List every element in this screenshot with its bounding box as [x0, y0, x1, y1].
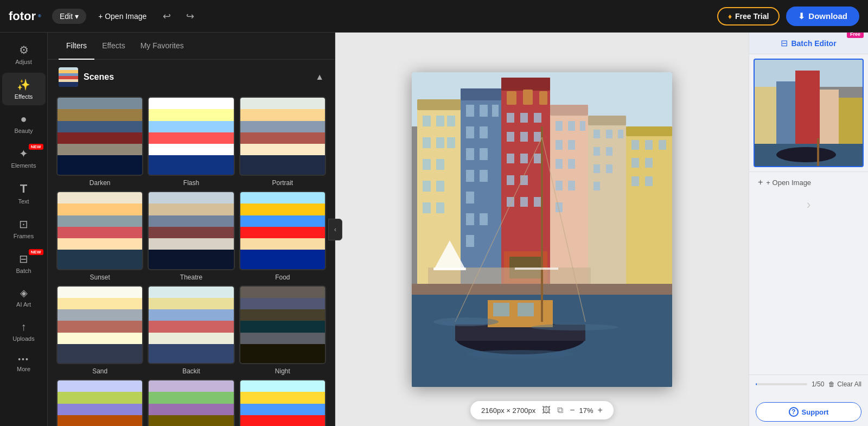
sidebar-item-more[interactable]: ••• More: [2, 349, 46, 378]
svg-rect-33: [507, 91, 516, 105]
svg-rect-61: [556, 181, 563, 190]
svg-rect-25: [466, 170, 474, 182]
svg-rect-56: [580, 121, 585, 131]
filter-extra-3[interactable]: [239, 379, 326, 426]
svg-rect-43: [520, 154, 528, 163]
filter-night-thumb: [239, 285, 326, 365]
svg-rect-89: [518, 303, 534, 316]
logo: fotor®: [9, 9, 41, 23]
redo-button[interactable]: ↪: [182, 7, 199, 26]
sidebar-item-uploads[interactable]: ↑ Uploads: [2, 315, 46, 347]
sidebar-item-elements[interactable]: NEW ✦ Elements: [2, 142, 46, 174]
filter-theatre-thumb: [148, 191, 234, 270]
progress-track: [756, 383, 807, 385]
tab-effects[interactable]: Effects: [94, 33, 133, 60]
svg-rect-14: [423, 202, 431, 213]
tab-filters[interactable]: Filters: [59, 33, 94, 60]
batch-icon-right: ⊟: [781, 38, 788, 48]
right-panel-bottom: 1/50 🗑 Clear All: [749, 374, 868, 398]
uploads-icon: ↑: [21, 321, 27, 333]
sidebar-item-batch[interactable]: NEW ⊟ Batch: [2, 247, 46, 279]
add-image-button[interactable]: + + Open Image: [749, 171, 868, 193]
svg-rect-27: [466, 192, 474, 204]
filter-sunset[interactable]: Sunset: [56, 191, 143, 281]
image-icon: 🖼: [542, 405, 551, 415]
svg-rect-73: [593, 182, 600, 190]
filter-theatre[interactable]: Theatre: [148, 191, 234, 281]
right-arrow-button[interactable]: ›: [751, 197, 866, 212]
filter-night[interactable]: Night: [239, 285, 326, 376]
filter-backit-thumb: [148, 285, 234, 365]
progress-fill: [756, 383, 757, 385]
free-trial-button[interactable]: ♦ Free Trial: [717, 7, 780, 26]
edit-button[interactable]: Edit ▾: [52, 9, 86, 24]
scenes-thumb: [59, 67, 78, 87]
svg-rect-34: [523, 90, 533, 105]
sidebar-item-effects[interactable]: ✨ Effects: [2, 73, 46, 105]
scenes-section-header[interactable]: Scenes ▲: [54, 60, 328, 94]
sidebar-item-text[interactable]: T Text: [2, 176, 46, 210]
svg-rect-79: [631, 158, 639, 168]
svg-rect-62: [568, 181, 575, 190]
filter-extra-2[interactable]: [148, 379, 234, 426]
support-button[interactable]: ? Support: [756, 402, 861, 422]
svg-rect-3: [417, 99, 461, 110]
download-button[interactable]: ⬇ Download: [786, 7, 859, 26]
svg-rect-9: [447, 137, 455, 148]
svg-rect-15: [436, 202, 444, 213]
svg-rect-12: [423, 181, 431, 192]
filter-food[interactable]: Food: [239, 191, 326, 281]
zoom-in-button[interactable]: +: [598, 405, 603, 415]
svg-rect-32: [501, 78, 550, 91]
svg-rect-16: [461, 88, 501, 289]
zoom-out-button[interactable]: −: [570, 405, 575, 415]
svg-rect-74: [626, 126, 672, 289]
svg-rect-58: [568, 140, 575, 150]
svg-rect-76: [631, 140, 639, 150]
undo-button[interactable]: ↩: [158, 7, 175, 26]
filter-flash[interactable]: Flash: [148, 97, 234, 187]
preview-svg: [755, 60, 864, 166]
svg-rect-64: [588, 116, 626, 289]
svg-rect-48: [520, 197, 528, 207]
svg-rect-28: [466, 213, 474, 225]
filter-sand[interactable]: Sand: [56, 285, 143, 376]
svg-rect-98: [515, 268, 558, 270]
plus-icon: +: [758, 177, 763, 187]
svg-rect-13: [436, 181, 444, 192]
svg-rect-4: [423, 116, 431, 126]
svg-rect-37: [520, 113, 528, 123]
filter-grid-scenes: Darken Flash Portrait: [54, 94, 328, 426]
svg-rect-8: [436, 137, 444, 148]
svg-point-94: [531, 324, 618, 330]
zoom-level: 17%: [579, 406, 593, 415]
beauty-icon: ●: [20, 113, 27, 125]
filter-backit[interactable]: Backit: [148, 285, 234, 376]
svg-rect-26: [480, 170, 488, 182]
filter-extra-1[interactable]: [56, 379, 143, 426]
svg-rect-40: [520, 132, 528, 142]
sidebar-item-beauty[interactable]: ● Beauty: [2, 107, 46, 139]
open-image-button[interactable]: + Open Image: [93, 9, 152, 24]
svg-rect-29: [480, 213, 488, 225]
svg-rect-60: [568, 159, 575, 169]
panel-tabs: Filters Effects My Favorites: [48, 33, 335, 60]
svg-rect-22: [480, 126, 488, 138]
filter-darken[interactable]: Darken: [56, 97, 143, 187]
main-layout: ⚙ Adjust ✨ Effects ● Beauty NEW ✦ Elemen…: [0, 33, 868, 426]
sidebar-item-adjust[interactable]: ⚙ Adjust: [2, 38, 46, 71]
nav-arrow-row: ›: [749, 193, 868, 217]
svg-rect-42: [507, 154, 514, 163]
svg-rect-67: [606, 130, 612, 138]
new-badge-batch: NEW: [29, 249, 43, 255]
clear-all-button[interactable]: 🗑 Clear All: [828, 380, 861, 388]
sidebar-item-ai-art[interactable]: ◈ AI Art: [2, 282, 46, 313]
filter-portrait[interactable]: Portrait: [239, 97, 326, 187]
svg-rect-6: [447, 116, 455, 126]
svg-rect-59: [556, 159, 563, 169]
frames-icon: ⊡: [19, 218, 28, 231]
panel-collapse-button[interactable]: ‹: [328, 219, 342, 240]
sidebar-item-frames[interactable]: ⊡ Frames: [2, 212, 46, 245]
tab-my-favorites[interactable]: My Favorites: [133, 33, 192, 60]
right-panel: Free ⊟ Batch Editor + + Open Image ›: [749, 33, 868, 426]
